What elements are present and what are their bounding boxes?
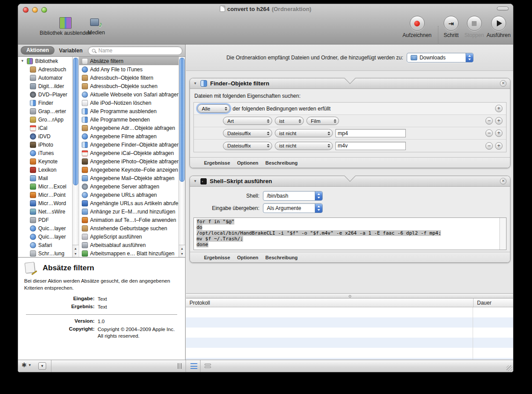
minimize-window-button[interactable] xyxy=(32,7,38,13)
actions-scrollbar[interactable]: ▲▼ xyxy=(179,57,185,257)
toolbar-toggle-capsule[interactable] xyxy=(497,7,509,11)
add-condition-button[interactable]: + xyxy=(495,129,503,137)
action-list-item[interactable]: Angehängte URLs aus Artikeln abrufen xyxy=(79,199,179,207)
gear-menu-button[interactable]: ✱ ▼ xyxy=(22,362,32,368)
popup-button[interactable]: ist xyxy=(275,117,304,125)
popup-button[interactable]: Dateisuffix xyxy=(223,142,272,150)
sidebar-item-idvd[interactable]: iDVD xyxy=(18,132,72,140)
tab-aktionen[interactable]: Aktionen xyxy=(21,46,55,55)
search-field[interactable] xyxy=(88,46,182,55)
sidebar-item-itunes[interactable]: iTunes xyxy=(18,149,72,157)
library-scrollbar-thumb[interactable] xyxy=(73,58,78,185)
action-list-item[interactable]: Angegebene Mail–Objekte abfragen xyxy=(79,174,179,182)
sidebar-item-bibliothek[interactable]: ▼Bibliothek xyxy=(18,57,72,65)
sidebar-item-gro-rapp[interactable]: Gro…rApp xyxy=(18,115,72,124)
remove-condition-button[interactable]: − xyxy=(485,142,493,150)
action-list-item[interactable]: AppleScript ausführen xyxy=(79,232,179,241)
list-view-button[interactable] xyxy=(190,363,197,369)
folder-popup[interactable]: Downloads xyxy=(407,53,474,63)
close-action-button[interactable]: ✕ xyxy=(500,178,506,184)
library-scrollbar[interactable]: ▲▼ xyxy=(72,57,79,257)
action-list-item[interactable]: Adressbuch–Objekte filtern xyxy=(79,74,179,82)
actions-scrollbar-thumb[interactable] xyxy=(179,58,185,182)
step-button[interactable]: ⇥ Schritt xyxy=(441,16,461,38)
log-splitter[interactable] xyxy=(186,293,514,298)
script-scrollbar[interactable] xyxy=(499,218,506,250)
sidebar-item-automator[interactable]: Automator xyxy=(18,74,72,82)
condition-value-input[interactable] xyxy=(335,129,406,137)
shell-popup[interactable]: /bin/bash xyxy=(263,191,323,201)
stack-view-button[interactable] xyxy=(204,363,211,369)
sidebar-item-micr-excel[interactable]: Micr…Excel xyxy=(18,182,72,191)
sidebar-item-micr-point[interactable]: Micr…Point xyxy=(18,191,72,199)
add-condition-button[interactable]: + xyxy=(495,142,503,150)
action-list-item[interactable]: Alle iPod–Notizen löschen xyxy=(79,99,179,107)
sidebar-item-ical[interactable]: iCal xyxy=(18,124,72,132)
sidebar-item-grap-erter[interactable]: Grap…erter xyxy=(18,107,72,115)
action-list-item[interactable]: Animation auf Te…t–Folie anwenden xyxy=(79,216,179,224)
action-list-item[interactable]: Alle Programme beenden xyxy=(79,115,179,124)
sidebar-item-adressbuch[interactable]: Adressbuch xyxy=(18,65,72,74)
footer-link-optionen[interactable]: Optionen xyxy=(237,255,258,260)
footer-link-beschreibung[interactable]: Beschreibung xyxy=(266,160,298,166)
action-list-item[interactable]: Angegebene iCal–Objekte abfragen xyxy=(79,149,179,157)
action-list-item[interactable]: Angegebene Server abfragen xyxy=(79,182,179,191)
disclosure-triangle-icon[interactable]: ▼ xyxy=(193,81,197,85)
footer-link-ergebnisse[interactable]: Ergebnisse xyxy=(204,160,230,166)
action-list-item[interactable]: Angegebene Adr…Objekte abfragen xyxy=(79,124,179,132)
run-button[interactable]: Ausführen xyxy=(485,16,512,38)
action-list-item[interactable]: Adressbuch–Objekte suchen xyxy=(79,82,179,90)
action-list-item[interactable]: Absätze filtern xyxy=(79,57,179,65)
close-action-button[interactable]: ✕ xyxy=(500,80,506,87)
add-condition-button[interactable]: + xyxy=(495,117,503,125)
sidebar-item-pdf[interactable]: PDF xyxy=(18,216,72,224)
sidebar-item-keynote[interactable]: Keynote xyxy=(18,157,72,166)
footer-link-ergebnisse[interactable]: Ergebnisse xyxy=(204,255,230,260)
actions-scrollbar-arrows[interactable]: ▲▼ xyxy=(179,245,185,257)
titlebar[interactable]: convert to h264 (Ordneraktion) xyxy=(18,4,513,14)
sidebar-item-net-swire[interactable]: Net…sWire xyxy=(18,207,72,216)
popup-button[interactable]: ist nicht xyxy=(275,142,333,150)
popup-button[interactable]: Art xyxy=(223,117,272,125)
action-list-item[interactable]: Alle Programme ausblenden xyxy=(79,107,179,115)
action-list-item[interactable]: Anstehende Geburtstage suchen xyxy=(79,224,179,232)
disclosure-button[interactable]: ▼ xyxy=(38,362,46,370)
action-list-item[interactable]: Add Any File to iTunes xyxy=(79,65,179,74)
action-list-item[interactable]: Angegebene URLs abfragen xyxy=(79,191,179,199)
sidebar-item-safari[interactable]: Safari xyxy=(18,241,72,249)
remove-condition-button[interactable]: − xyxy=(485,129,493,137)
action-list-item[interactable]: Arbeitsmappen e… Blatt hinzufügen xyxy=(79,249,179,257)
log-column-protokoll[interactable]: Protokoll xyxy=(186,300,473,306)
sidebar-item-micr-word[interactable]: Micr…Word xyxy=(18,199,72,207)
panel-resize-grip[interactable] xyxy=(178,363,182,369)
condition-value-input[interactable] xyxy=(335,142,406,150)
remove-condition-button[interactable]: − xyxy=(485,117,493,125)
document-proxy-icon[interactable] xyxy=(220,6,225,12)
sidebar-item-quic-layer[interactable]: Quic…layer xyxy=(18,224,72,232)
window-resize-grip[interactable] xyxy=(506,365,512,371)
sidebar-item-dvd-player[interactable]: DVD–Player xyxy=(18,90,72,99)
action-list-item[interactable]: Angegebene Finder–Objekte abfragen xyxy=(79,140,179,149)
disclosure-triangle-icon[interactable]: ▼ xyxy=(21,59,25,63)
sidebar-item-finder[interactable]: Finder xyxy=(18,99,72,107)
footer-link-beschreibung[interactable]: Beschreibung xyxy=(266,255,298,260)
zoom-window-button[interactable] xyxy=(41,7,47,13)
action-list-item[interactable]: Angegebene Keynote–Folie anzeigen xyxy=(79,166,179,174)
search-input[interactable] xyxy=(98,47,179,54)
sidebar-item-schr-lung[interactable]: Schr…lung xyxy=(18,249,72,257)
shell-script-editor[interactable]: for f in "$@" do /opt/local/bin/HandBrak… xyxy=(193,217,506,250)
footer-link-optionen[interactable]: Optionen xyxy=(237,160,258,166)
sidebar-item-iphoto[interactable]: iPhoto xyxy=(18,140,72,149)
action-list-item[interactable]: Angegebene Filme abfragen xyxy=(79,132,179,140)
pass-input-popup[interactable]: Als Argumente xyxy=(263,203,323,213)
log-column-dauer[interactable]: Dauer xyxy=(473,298,514,307)
media-button[interactable]: ♪ Medien xyxy=(79,18,114,36)
action-list-item[interactable]: Arbeitsablauf ausführen xyxy=(79,241,179,249)
stop-button[interactable]: Stoppen xyxy=(462,16,486,38)
popup-button[interactable]: ist nicht xyxy=(275,129,333,137)
library-scrollbar-arrows[interactable]: ▲▼ xyxy=(73,245,79,257)
tab-variablen[interactable]: Variablen xyxy=(59,48,82,54)
action-list-item[interactable]: Aktuelle Webseite von Safari abfragen xyxy=(79,90,179,99)
close-window-button[interactable] xyxy=(23,7,29,13)
add-condition-button[interactable]: + xyxy=(495,105,503,112)
